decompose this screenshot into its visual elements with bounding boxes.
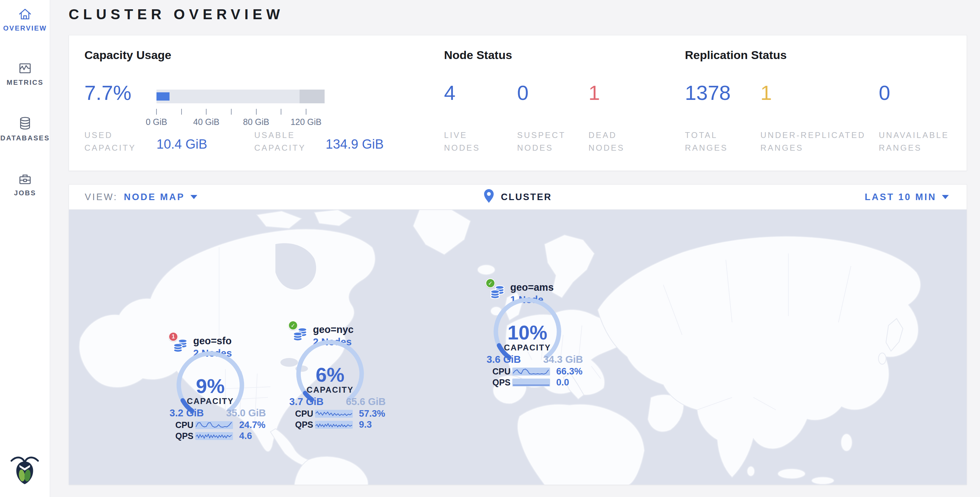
dead-nodes-label: DEADNODES — [589, 129, 625, 154]
capacity-axis-tick — [181, 109, 182, 115]
healthy-check-badge: ✓ — [485, 278, 495, 288]
gauge-usable-value: 35.0 GiB — [218, 408, 275, 419]
locality-marker-nyc[interactable]: ✓ geo=nyc 2 Nodes 6% CAPACITY 3.7 GiB 65… — [288, 319, 446, 436]
sidebar-item-label: DATABASES — [0, 134, 50, 142]
node-status-title: Node Status — [444, 48, 512, 62]
dead-node-badge: 1 — [169, 332, 178, 341]
view-bar: VIEW: NODE MAP CLUSTER LAST 10 MIN — [68, 184, 967, 210]
capacity-axis-tick — [256, 109, 257, 115]
gauge-used-value: 3.6 GiB — [475, 354, 532, 365]
under-replicated-ranges-label: UNDER-REPLICATEDRANGES — [760, 129, 865, 154]
total-ranges-value: 1378 — [685, 82, 730, 104]
qps-sparkline — [315, 421, 353, 429]
cpu-sparkline — [315, 410, 353, 418]
capacity-axis-tick — [156, 109, 157, 115]
capacity-axis-tick-label: 0 GiB — [136, 117, 177, 127]
capacity-percent: 7.7% — [84, 82, 131, 104]
view-label: VIEW: — [85, 192, 118, 202]
sidebar-item-label: JOBS — [0, 189, 50, 197]
gauge-used-value: 3.2 GiB — [158, 408, 215, 419]
node-map: 1 geo=sfo 2 Nodes 9% CAPACITY 3.2 GiB 35… — [68, 210, 967, 485]
live-nodes-value: 4 — [444, 82, 455, 104]
locality-node-count: 2 Nodes — [313, 336, 352, 348]
sidebar-item-jobs[interactable]: JOBS — [0, 172, 50, 197]
capacity-axis-tick-label: 120 GiB — [285, 117, 327, 127]
qps-value: 0.0 — [556, 377, 569, 388]
gauge-used-value: 3.7 GiB — [278, 396, 335, 408]
qps-label: QPS — [492, 378, 512, 387]
cpu-sparkline — [195, 421, 233, 429]
healthy-check-badge: ✓ — [288, 320, 298, 330]
used-capacity-label: USEDCAPACITY — [84, 129, 136, 154]
cpu-value: 57.3% — [359, 408, 385, 419]
unavailable-ranges-value: 0 — [879, 82, 890, 104]
cpu-value: 66.3% — [556, 366, 583, 377]
location-pin-icon — [484, 189, 494, 205]
capacity-bar-reserved-segment — [299, 89, 325, 103]
capacity-axis-tick-label: 40 GiB — [186, 117, 227, 127]
sidebar-item-overview[interactable]: OVERVIEW — [0, 7, 50, 32]
usable-capacity-value: 134.9 GiB — [326, 137, 383, 152]
qps-sparkline — [512, 379, 550, 387]
gauge-usable-value: 65.6 GiB — [337, 396, 394, 408]
dead-nodes-value: 1 — [589, 82, 600, 104]
page-title: CLUSTER OVERVIEW — [68, 6, 284, 23]
cpu-label: CPU — [492, 366, 512, 376]
breadcrumb-cluster-label: CLUSTER — [501, 192, 552, 202]
suspect-nodes-value: 0 — [517, 82, 528, 104]
sidebar: OVERVIEW METRICS DATABASES JOBS — [0, 0, 50, 497]
capacity-axis-tick — [206, 109, 207, 115]
cockroachdb-logo[interactable] — [8, 452, 42, 487]
qps-label: QPS — [175, 431, 195, 441]
locality-node-count: 1 Node — [510, 294, 544, 306]
gauge-percent: 6% — [292, 363, 368, 386]
metrics-graph-icon — [0, 61, 50, 75]
locality-marker-ams[interactable]: ✓ geo=ams 1 Node 10% CAPACITY 3.6 GiB 34… — [485, 277, 643, 394]
live-nodes-label: LIVENODES — [444, 129, 480, 154]
time-range-dropdown[interactable]: LAST 10 MIN — [865, 185, 949, 209]
locality-name: geo=sfo — [193, 335, 232, 347]
replication-status-title: Replication Status — [685, 48, 787, 62]
summary-panel: Capacity Usage 7.7% 0 GiB40 GiB80 GiB120… — [68, 35, 967, 171]
capacity-axis: 0 GiB40 GiB80 GiB120 GiB — [156, 105, 325, 129]
qps-value: 9.3 — [359, 419, 372, 430]
gauge-percent: 9% — [173, 374, 248, 397]
locality-name: geo=ams — [510, 282, 554, 293]
sidebar-item-databases[interactable]: DATABASES — [0, 116, 50, 142]
unavailable-ranges-label: UNAVAILABLERANGES — [879, 129, 949, 154]
capacity-axis-tick — [281, 109, 282, 115]
sidebar-item-label: METRICS — [0, 79, 50, 86]
gauge-capacity-label: CAPACITY — [490, 343, 565, 352]
gauge-percent: 10% — [490, 321, 565, 344]
view-selector-dropdown[interactable]: NODE MAP — [124, 192, 197, 202]
capacity-bar — [156, 89, 325, 103]
qps-value: 4.6 — [239, 431, 252, 441]
locality-name: geo=nyc — [313, 324, 353, 335]
capacity-axis-tick — [306, 109, 306, 115]
cpu-label: CPU — [295, 409, 315, 419]
capacity-bar-fill — [156, 92, 170, 100]
cpu-value: 24.7% — [239, 420, 266, 430]
cpu-label: CPU — [175, 420, 195, 430]
under-replicated-ranges-value: 1 — [760, 82, 772, 104]
database-icon — [0, 116, 50, 131]
cpu-sparkline — [512, 368, 550, 376]
capacity-axis-tick-label: 80 GiB — [236, 117, 277, 127]
gauge-capacity-label: CAPACITY — [292, 385, 368, 395]
briefcase-icon — [0, 172, 50, 186]
used-capacity-value: 10.4 GiB — [156, 137, 207, 152]
qps-sparkline — [195, 432, 233, 440]
usable-capacity-label: USABLECAPACITY — [254, 129, 306, 154]
gauge-capacity-label: CAPACITY — [173, 397, 248, 406]
total-ranges-label: TOTALRANGES — [685, 129, 728, 154]
home-icon — [0, 7, 50, 21]
locality-node-count: 2 Nodes — [193, 348, 232, 359]
suspect-nodes-label: SUSPECTNODES — [517, 129, 565, 154]
gauge-usable-value: 34.3 GiB — [535, 354, 592, 365]
locality-breadcrumb[interactable]: CLUSTER — [484, 185, 552, 209]
capacity-usage-title: Capacity Usage — [84, 48, 171, 62]
capacity-axis-tick — [231, 109, 232, 115]
sidebar-item-metrics[interactable]: METRICS — [0, 61, 50, 86]
chevron-down-icon — [942, 195, 949, 199]
sidebar-item-label: OVERVIEW — [0, 24, 50, 32]
